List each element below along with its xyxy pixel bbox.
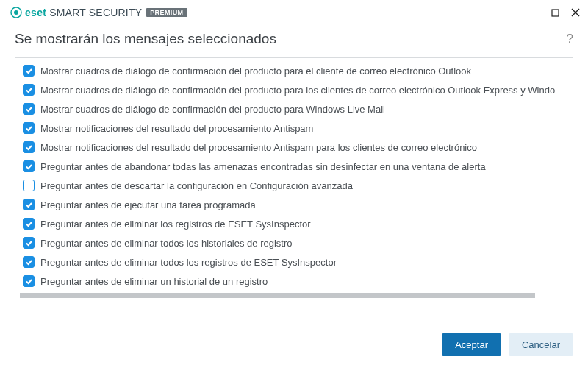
list-item-label: Mostrar notificaciones del resultado del… — [40, 142, 477, 153]
maximize-icon — [551, 9, 559, 17]
checkbox[interactable] — [23, 180, 35, 191]
checkbox[interactable] — [23, 199, 35, 210]
list-item-label: Preguntar antes de eliminar los registro… — [40, 219, 311, 230]
options-list[interactable]: Mostrar cuadros de diálogo de confirmaci… — [15, 58, 573, 291]
page-title: Se mostrarán los mensajes seleccionados — [15, 31, 276, 47]
dialog-footer: Aceptar Cancelar — [0, 323, 588, 368]
list-item[interactable]: Mostrar cuadros de diálogo de confirmaci… — [15, 99, 573, 118]
check-icon — [25, 201, 33, 209]
list-item[interactable]: Preguntar antes de abandonar todas las a… — [15, 157, 573, 176]
list-item[interactable]: Preguntar antes de eliminar un historial… — [15, 272, 573, 291]
check-icon — [25, 124, 33, 132]
list-item[interactable]: Mostrar cuadros de diálogo de confirmaci… — [15, 80, 573, 99]
heading-row: Se mostrarán los mensajes seleccionados … — [0, 24, 588, 57]
brand-edition: PREMIUM — [146, 8, 187, 17]
close-icon — [571, 8, 580, 17]
list-item-label: Mostrar cuadros de diálogo de confirmaci… — [40, 66, 471, 77]
check-icon — [25, 220, 33, 228]
check-icon — [25, 105, 33, 113]
list-item-label: Preguntar antes de descartar la configur… — [40, 180, 353, 191]
titlebar: eset SMART SECURITY PREMIUM — [0, 0, 588, 24]
horizontal-scrollbar[interactable] — [15, 291, 573, 300]
list-item-label: Preguntar antes de abandonar todas las a… — [40, 161, 486, 172]
options-list-container: Mostrar cuadros de diálogo de confirmaci… — [15, 57, 573, 300]
list-item[interactable]: Preguntar antes de ejecutar una tarea pr… — [15, 195, 573, 214]
svg-rect-2 — [552, 10, 559, 16]
list-item-label: Mostrar notificaciones del resultado del… — [40, 123, 313, 134]
help-button[interactable]: ? — [567, 32, 573, 46]
cancel-button[interactable]: Cancelar — [509, 333, 573, 356]
checkbox[interactable] — [23, 141, 35, 153]
check-icon — [25, 86, 33, 94]
check-icon — [25, 67, 33, 75]
list-item[interactable]: Mostrar notificaciones del resultado del… — [15, 138, 573, 157]
check-icon — [25, 144, 33, 152]
svg-point-1 — [14, 10, 18, 15]
accept-button[interactable]: Aceptar — [442, 333, 501, 356]
list-item[interactable]: Preguntar antes de eliminar todos los re… — [15, 252, 573, 272]
checkbox[interactable] — [23, 65, 35, 77]
checkbox[interactable] — [23, 218, 35, 230]
maximize-button[interactable] — [550, 7, 560, 18]
list-item[interactable]: Mostrar notificaciones del resultado del… — [15, 118, 573, 138]
check-icon — [25, 163, 33, 171]
brand-product: SMART SECURITY — [49, 7, 142, 18]
list-item[interactable]: Preguntar antes de eliminar todos los hi… — [15, 233, 573, 252]
check-icon — [25, 277, 33, 286]
checkbox[interactable] — [23, 84, 35, 96]
check-icon — [25, 239, 33, 247]
checkbox[interactable] — [23, 103, 35, 115]
checkbox[interactable] — [23, 256, 35, 268]
list-item[interactable]: Preguntar antes de eliminar los registro… — [15, 214, 573, 233]
list-item-label: Preguntar antes de eliminar todos los hi… — [40, 238, 293, 249]
checkbox[interactable] — [23, 237, 35, 249]
list-item[interactable]: Mostrar cuadros de diálogo de confirmaci… — [15, 61, 573, 80]
checkbox[interactable] — [23, 160, 35, 172]
window-controls — [550, 7, 581, 18]
list-item-label: Preguntar antes de ejecutar una tarea pr… — [40, 199, 256, 210]
list-item-label: Preguntar antes de eliminar un historial… — [40, 276, 268, 287]
check-icon — [25, 258, 33, 266]
list-item[interactable]: Preguntar antes de descartar la configur… — [15, 176, 573, 195]
brand: eset SMART SECURITY PREMIUM — [10, 7, 187, 18]
checkbox[interactable] — [23, 275, 35, 287]
horizontal-scrollbar-thumb[interactable] — [20, 293, 535, 298]
list-item-label: Mostrar cuadros de diálogo de confirmaci… — [40, 104, 385, 115]
checkbox[interactable] — [23, 122, 35, 134]
brand-eset: eset — [25, 7, 46, 18]
list-item-label: Mostrar cuadros de diálogo de confirmaci… — [40, 85, 555, 96]
list-item-label: Preguntar antes de eliminar todos los re… — [40, 257, 337, 268]
brand-logo-icon — [10, 7, 22, 18]
close-button[interactable] — [570, 7, 581, 18]
